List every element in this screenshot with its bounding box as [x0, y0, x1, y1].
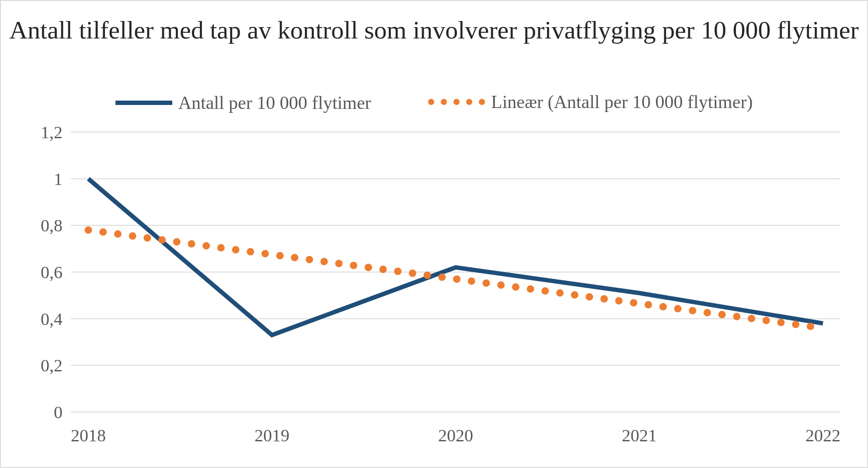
svg-point-7 [85, 227, 92, 234]
svg-point-43 [615, 297, 623, 304]
svg-point-51 [733, 313, 740, 320]
svg-point-24 [335, 260, 342, 267]
svg-point-22 [306, 256, 313, 263]
svg-point-42 [600, 295, 608, 303]
y-axis-tick-label: 1,2 [10, 122, 63, 143]
svg-point-35 [497, 281, 505, 289]
legend-item-series-2: Lineær (Antall per 10 000 flytimer) [428, 91, 753, 112]
svg-point-17 [232, 246, 240, 253]
svg-point-23 [321, 258, 328, 265]
plot-area [71, 132, 840, 412]
y-axis-tick-label: 0,8 [10, 215, 63, 236]
svg-point-46 [659, 303, 667, 311]
svg-point-52 [748, 315, 755, 322]
svg-point-49 [704, 309, 711, 316]
svg-point-14 [188, 240, 195, 248]
y-axis-tick-label: 1 [10, 168, 63, 189]
legend-label: Antall per 10 000 flytimer [178, 92, 371, 113]
svg-point-53 [763, 317, 770, 324]
svg-point-15 [202, 242, 210, 249]
x-axis-tick-label: 2018 [71, 425, 106, 446]
svg-point-20 [276, 252, 284, 259]
svg-point-34 [482, 279, 490, 287]
legend-swatch-solid-line [115, 101, 172, 105]
svg-point-31 [438, 273, 446, 281]
chart-title: Antall tilfeller med tap av kontroll som… [1, 16, 867, 45]
svg-point-44 [630, 299, 637, 307]
svg-point-18 [247, 248, 254, 255]
svg-point-11 [143, 234, 151, 241]
chart-legend: Antall per 10 000 flytimer Lineær (Antal… [1, 88, 867, 113]
x-axis-tick-label: 2019 [254, 425, 289, 446]
legend-item-series-1: Antall per 10 000 flytimer [115, 92, 371, 113]
svg-point-27 [380, 265, 387, 273]
chart-frame: Antall tilfeller med tap av kontroll som… [0, 0, 868, 468]
y-axis-tick-label: 0,2 [10, 355, 63, 376]
svg-point-19 [261, 250, 269, 257]
y-axis-tick-label: 0 [10, 402, 63, 423]
svg-point-10 [129, 232, 136, 240]
svg-point-55 [792, 321, 799, 328]
svg-point-13 [173, 238, 181, 245]
plot-svg [71, 132, 840, 412]
svg-point-47 [674, 305, 682, 312]
svg-point-25 [350, 262, 357, 269]
x-axis-tick-label: 2022 [805, 425, 840, 446]
svg-point-12 [158, 236, 166, 244]
svg-point-26 [365, 264, 372, 271]
svg-point-38 [541, 287, 549, 295]
svg-point-36 [512, 283, 519, 291]
svg-point-8 [99, 228, 107, 236]
svg-point-30 [424, 272, 431, 279]
svg-point-41 [586, 293, 593, 300]
svg-point-16 [217, 244, 225, 251]
x-axis-tick-label: 2020 [438, 425, 473, 446]
svg-point-39 [556, 289, 564, 297]
legend-label: Lineær (Antall per 10 000 flytimer) [491, 91, 753, 112]
y-axis-tick-label: 0,4 [10, 308, 63, 329]
svg-point-21 [291, 254, 298, 261]
svg-point-48 [689, 307, 696, 314]
svg-point-40 [571, 291, 579, 299]
legend-swatch-dotted-line [428, 99, 485, 105]
svg-point-45 [645, 301, 652, 308]
svg-point-50 [718, 311, 726, 318]
svg-point-33 [468, 277, 475, 285]
svg-point-32 [453, 276, 460, 283]
svg-point-29 [409, 269, 416, 277]
svg-point-56 [807, 323, 814, 330]
svg-point-9 [114, 230, 122, 237]
svg-point-37 [527, 285, 534, 293]
svg-point-54 [777, 319, 784, 326]
y-axis-tick-label: 0,6 [10, 262, 63, 283]
svg-point-28 [394, 268, 401, 275]
x-axis-tick-label: 2021 [622, 425, 657, 446]
